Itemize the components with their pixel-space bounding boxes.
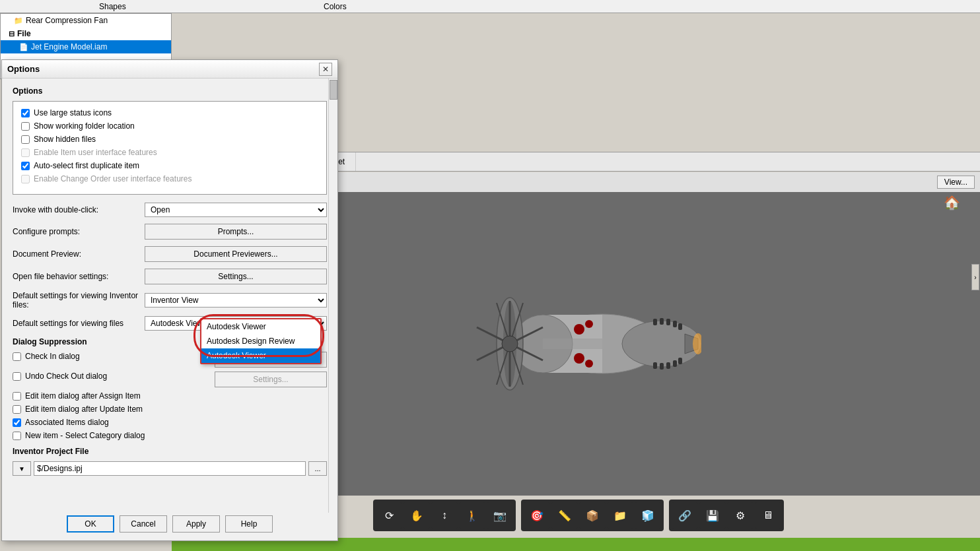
dropdown-popup: Autodesk Viewer Autodesk Design Review A… [200, 318, 322, 364]
checkbox-working-folder-input[interactable] [21, 122, 30, 131]
checkbox-auto-select-label: Auto-select first duplicate item [34, 161, 139, 170]
open-file-label: Open file behavior settings: [13, 272, 145, 281]
checkbox-auto-select: Auto-select first duplicate item [21, 161, 318, 170]
project-file-title: Inventor Project File [13, 447, 327, 456]
checkbox-new-item-input[interactable] [13, 432, 21, 440]
dialog-title: Options [7, 64, 40, 74]
open-file-row: Open file behavior settings: Settings... [13, 269, 327, 284]
dialog-scrollbar[interactable] [328, 79, 337, 513]
checkbox-auto-select-input[interactable] [21, 162, 30, 170]
toolbar-btn-zoom[interactable]: ↕ [431, 502, 458, 529]
dialog-body: Options Use large status icons Show work… [2, 79, 337, 484]
inventor-view-select[interactable]: Inventor View Autodesk Viewer [145, 293, 327, 308]
checkbox-large-icons-input[interactable] [21, 109, 30, 117]
dropdown-option-autodesk-viewer-2[interactable]: Autodesk Viewer [201, 348, 320, 363]
toolbar-btn-3d[interactable]: 🧊 [635, 502, 661, 529]
top-bar: Shapes Colors [0, 0, 980, 13]
svg-point-25 [585, 360, 593, 368]
open-file-button[interactable]: Settings... [145, 269, 327, 284]
toolbar-btn-save[interactable]: 💾 [699, 502, 726, 529]
colors-label: Colors [324, 2, 347, 11]
checkbox-new-item: New item - Select Category dialog [13, 431, 327, 440]
checkbox-change-order: Enable Change Order user interface featu… [21, 174, 318, 183]
toolbar-btn-rotate[interactable]: ⟳ [376, 502, 402, 529]
shapes-label: Shapes [99, 2, 126, 11]
toolbar-btn-camera[interactable]: 📷 [487, 502, 513, 529]
cancel-button[interactable]: Cancel [120, 515, 167, 533]
apply-button[interactable]: Apply [172, 515, 220, 533]
toolbar-group-settings: 🔗 💾 ⚙ 🖥 [669, 500, 784, 531]
invoke-select[interactable]: Open Properties [145, 203, 327, 217]
toolbar-group-tools: 🎯 📏 📦 📁 🧊 [521, 500, 664, 531]
checkbox-associated-label: Associated Items dialog [25, 418, 109, 427]
checkbox-checkin: Check In dialog [13, 352, 209, 361]
svg-rect-21 [678, 358, 682, 364]
dropdown-option-design-review[interactable]: Autodesk Design Review [201, 334, 320, 348]
section-options-title: Options [13, 86, 327, 96]
toolbar-btn-gear[interactable]: ⚙ [727, 502, 753, 529]
checkout-settings-btn[interactable]: Settings... [215, 372, 327, 387]
checkbox-hidden-files-input[interactable] [21, 135, 30, 144]
invoke-control: Open Properties [145, 203, 327, 217]
prompts-button[interactable]: Prompts... [145, 224, 327, 240]
dialog-buttons: OK Cancel Apply Help [2, 515, 337, 533]
checkbox-update: Edit item dialog after Update Item [13, 405, 327, 414]
project-file-dropdown-btn[interactable]: ▼ [13, 461, 31, 476]
ok-button[interactable]: OK [67, 515, 114, 533]
svg-point-10 [502, 336, 518, 352]
checkbox-checkin-input[interactable] [13, 352, 21, 361]
toolbar-btn-walk[interactable]: 🚶 [459, 502, 485, 529]
inventor-view-label: Default settings for viewing Inventor fi… [13, 291, 145, 309]
options-dialog: Options ✕ Options Use large status icons… [1, 59, 338, 541]
tree-item-label: Jet Engine Model.iam [31, 42, 107, 51]
checkbox-item-ui-label: Enable Item user interface features [34, 148, 157, 157]
checkbox-assign-input[interactable] [13, 392, 21, 401]
project-file-input[interactable] [34, 461, 306, 476]
side-expand-arrow[interactable]: › [971, 264, 979, 290]
home-icon-area[interactable]: 🏠 [944, 195, 960, 211]
help-button[interactable]: Help [225, 515, 273, 533]
tree-item-file[interactable]: ⊟ File [1, 27, 171, 40]
project-file-row: ▼ ... [13, 461, 327, 476]
toolbar-btn-section[interactable]: 📦 [579, 502, 606, 529]
tree-item-rear-fan[interactable]: 📁 Rear Compression Fan [1, 14, 171, 27]
project-file-browse-btn[interactable]: ... [308, 461, 327, 476]
toolbar-btn-measure[interactable]: 🎯 [524, 502, 550, 529]
svg-point-22 [574, 324, 584, 335]
svg-rect-12 [653, 319, 657, 325]
checkbox-item-ui: Enable Item user interface features [21, 148, 318, 157]
toolbar-btn-link[interactable]: 🔗 [672, 502, 698, 529]
checkbox-working-folder-label: Show working folder location [34, 121, 135, 131]
dropdown-option-autodesk-viewer-1[interactable]: Autodesk Viewer [201, 319, 320, 334]
dialog-titlebar: Options ✕ [2, 60, 337, 79]
scrollbar-thumb [330, 80, 337, 100]
svg-rect-19 [666, 362, 670, 369]
doc-preview-control: Document Previewers... [145, 246, 327, 262]
svg-rect-13 [660, 318, 664, 325]
checkbox-assign: Edit item dialog after Assign Item [13, 391, 327, 401]
checkbox-item-ui-input [21, 148, 30, 157]
checkbox-checkout-input[interactable] [13, 372, 21, 381]
svg-point-23 [574, 353, 584, 364]
toolbar-btn-pan[interactable]: ✋ [403, 502, 430, 529]
checkbox-checkin-label: Check In dialog [25, 352, 80, 361]
toolbar-btn-display[interactable]: 🖥 [755, 502, 781, 529]
checkbox-update-input[interactable] [13, 405, 21, 414]
tree-item-jet-engine[interactable]: 📄 Jet Engine Model.iam [1, 40, 171, 53]
tree-item-label: Rear Compression Fan [26, 16, 108, 25]
options-box: Use large status icons Show working fold… [13, 101, 327, 195]
folder-icon: 📁 [14, 16, 23, 25]
inventor-view-row: Default settings for viewing Inventor fi… [13, 291, 327, 309]
open-file-control: Settings... [145, 269, 327, 284]
prompts-row: Configure prompts: Prompts... [13, 224, 327, 240]
jet-engine-svg [450, 258, 701, 430]
doc-preview-label: Document Preview: [13, 249, 145, 259]
doc-preview-button[interactable]: Document Previewers... [145, 246, 327, 262]
prompts-control: Prompts... [145, 224, 327, 240]
view-button[interactable]: View... [937, 176, 975, 189]
dialog-close-button[interactable]: ✕ [319, 63, 332, 76]
checkbox-associated-input[interactable] [13, 418, 21, 427]
checkbox-large-icons-label: Use large status icons [34, 108, 112, 117]
toolbar-btn-folder[interactable]: 📁 [607, 502, 633, 529]
toolbar-btn-ruler[interactable]: 📏 [551, 502, 578, 529]
